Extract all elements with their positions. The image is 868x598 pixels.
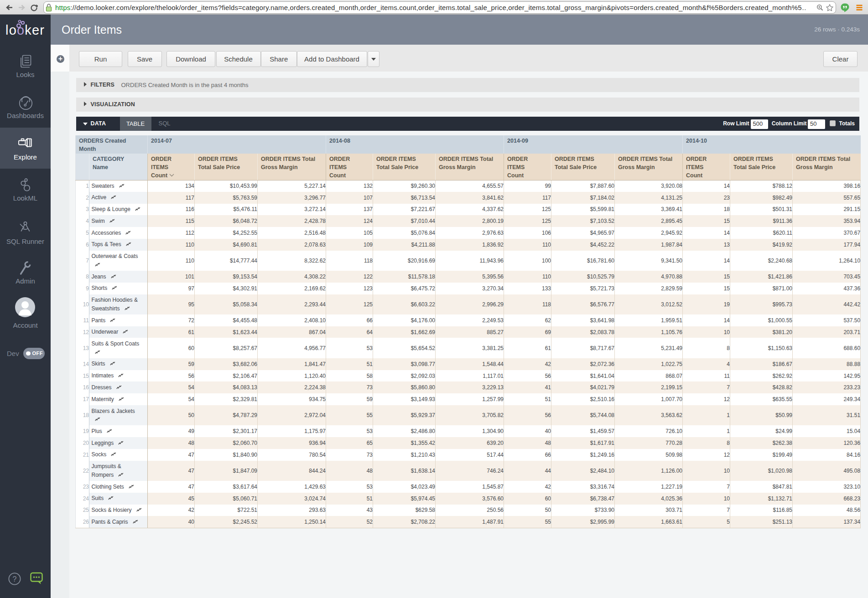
svg-text:?: ? xyxy=(13,575,17,583)
